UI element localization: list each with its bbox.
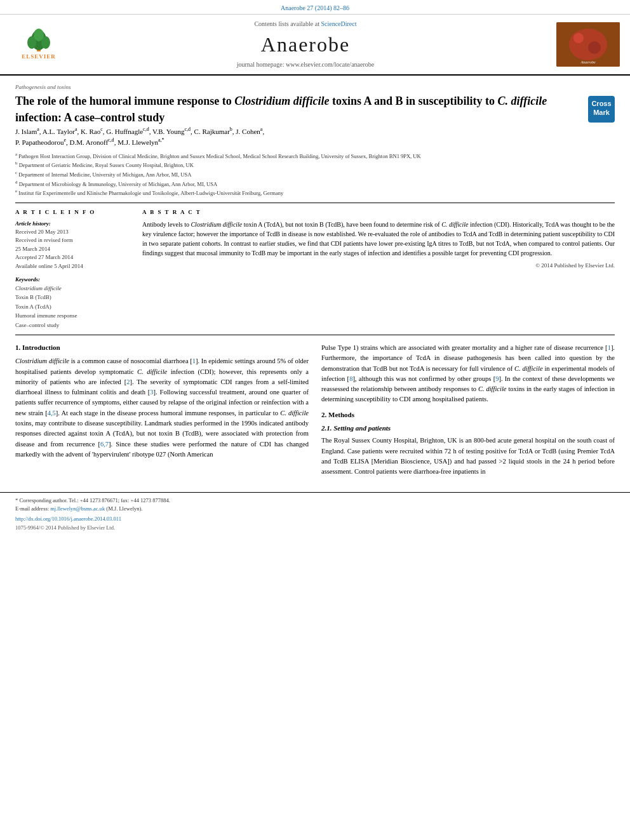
crossmark-svg: Cross Mark: [588, 96, 615, 123]
journal-homepage: journal homepage: www.elsevier.com/locat…: [67, 60, 544, 69]
svg-point-4: [34, 29, 44, 41]
footer-issn: 1075-9964/© 2014 Published by Elsevier L…: [15, 524, 615, 532]
history-label: Article history:: [15, 220, 130, 228]
keyword-2: Toxin B (TcdB): [15, 293, 130, 302]
intro-title: 1. Introduction: [15, 343, 309, 352]
footer-email[interactable]: mj.llewelyn@bsms.ac.uk: [50, 505, 105, 512]
header-center: Contents lists available at ScienceDirec…: [67, 20, 544, 69]
abstract-col: A B S T R A C T Antibody levels to Clost…: [142, 208, 615, 330]
methods-subsection-title: 2.1. Setting and patients: [321, 423, 615, 433]
header-right: Anaerobe: [544, 22, 620, 67]
article-title-block: The role of the humoral immune response …: [15, 93, 615, 125]
abstract-header: A B S T R A C T: [142, 208, 615, 217]
article-info-abstract: A R T I C L E I N F O Article history: R…: [15, 208, 615, 330]
svg-point-7: [573, 33, 584, 43]
divider-1: [15, 203, 615, 203]
received-revised-date: 25 March 2014: [15, 245, 130, 254]
journal-cover-image: Anaerobe: [556, 22, 620, 67]
svg-text:Mark: Mark: [593, 109, 610, 116]
article-history: Article history: Received 20 May 2013 Re…: [15, 220, 130, 270]
journal-title: Anaerobe: [67, 30, 544, 59]
header: ELSEVIER Contents lists available at Sci…: [0, 15, 630, 76]
sciencedirect-link[interactable]: ScienceDirect: [321, 20, 356, 27]
received-revised-label: Received in revised form: [15, 236, 130, 245]
footer-doi: http://dx.doi.org/10.1016/j.anaerobe.201…: [15, 516, 615, 523]
received-date: Received 20 May 2013: [15, 228, 130, 237]
abstract-text: Antibody levels to Clostridium difficile…: [142, 220, 615, 258]
available-date: Available online 5 April 2014: [15, 262, 130, 271]
copyright: © 2014 Published by Elsevier Ltd.: [142, 262, 615, 270]
keyword-4: Humoral immune response: [15, 311, 130, 320]
article-content: Pathogenesis and toxins The role of the …: [0, 83, 630, 335]
journal-cover-svg: Anaerobe: [556, 22, 620, 67]
keyword-1: Clostridium difficile: [15, 284, 130, 293]
article-info-header: A R T I C L E I N F O: [15, 208, 130, 217]
sciencedirect-label: Contents lists available at ScienceDirec…: [67, 20, 544, 29]
elsevier-tree-svg: [23, 29, 55, 53]
svg-point-8: [588, 41, 601, 54]
svg-text:Anaerobe: Anaerobe: [580, 60, 595, 64]
keyword-3: Toxin A (TcdA): [15, 302, 130, 311]
section-label: Pathogenesis and toxins: [15, 83, 615, 91]
authors-line: J. Islama, A.L. Taylora, K. Raoc, G. Huf…: [15, 126, 615, 147]
article-info-col: A R T I C L E I N F O Article history: R…: [15, 208, 130, 330]
keywords-section: Keywords: Clostridium difficile Toxin B …: [15, 276, 130, 330]
crossmark-logo[interactable]: Cross Mark: [588, 96, 615, 125]
accepted-date: Accepted 27 March 2014: [15, 253, 130, 262]
elsevier-text: ELSEVIER: [22, 53, 56, 61]
svg-point-6: [569, 29, 607, 60]
keyword-5: Case–control study: [15, 321, 130, 330]
top-banner: Anaerobe 27 (2014) 82–86: [0, 0, 630, 15]
journal-issue: Anaerobe 27 (2014) 82–86: [281, 4, 349, 11]
page: Anaerobe 27 (2014) 82–86 ELSEVIER Conten…: [0, 0, 630, 840]
body-right-col: Pulse Type 1) strains which are associat…: [321, 343, 615, 482]
divider-2: [15, 335, 615, 335]
article-title: The role of the humoral immune response …: [15, 93, 580, 125]
intro-para2: Pulse Type 1) strains which are associat…: [321, 343, 615, 405]
intro-para1: Clostridium difficile is a common cause …: [15, 356, 309, 460]
svg-text:Cross: Cross: [591, 100, 611, 107]
body-left-col: 1. Introduction Clostridium difficile is…: [15, 343, 309, 482]
footer: * Corresponding author. Tel.: +44 1273 8…: [0, 492, 630, 535]
methods-title: 2. Methods: [321, 410, 615, 420]
body-content: 1. Introduction Clostridium difficile is…: [0, 343, 630, 482]
keywords-label: Keywords:: [15, 276, 130, 284]
body-two-col: 1. Introduction Clostridium difficile is…: [15, 343, 615, 482]
title-text: The role of the humoral immune response …: [15, 95, 547, 123]
footer-corresponding: * Corresponding author. Tel.: +44 1273 8…: [15, 497, 615, 513]
methods-para1: The Royal Sussex County Hospital, Bright…: [321, 436, 615, 477]
affiliations: a Pathogen Host Interaction Group, Divis…: [15, 151, 615, 197]
elsevier-logo: ELSEVIER: [10, 29, 67, 61]
